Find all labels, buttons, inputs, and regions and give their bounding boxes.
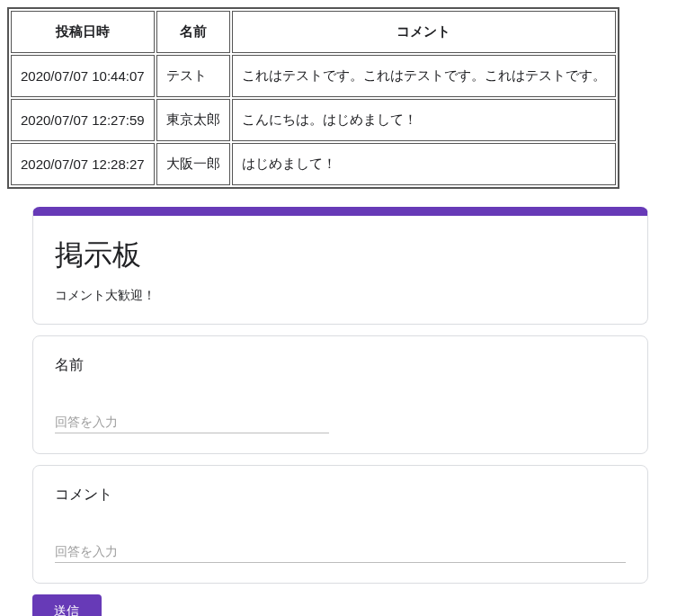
cell-comment: こんにちは。はじめまして！ — [232, 99, 616, 141]
cell-name: テスト — [156, 55, 230, 97]
form-title: 掲示板 — [55, 236, 626, 275]
form-area: 掲示板 コメント大歓迎！ 名前 コメント 送信 — [7, 207, 670, 616]
name-field-label: 名前 — [55, 356, 626, 375]
posts-table: 投稿日時 名前 コメント 2020/07/07 10:44:07 テスト これは… — [7, 7, 619, 189]
col-header-datetime: 投稿日時 — [11, 11, 155, 53]
comment-input[interactable] — [55, 540, 626, 563]
table-row: 2020/07/07 12:27:59 東京太郎 こんにちは。はじめまして！ — [11, 99, 616, 141]
form-description: コメント大歓迎！ — [55, 288, 626, 304]
comment-field-card: コメント — [32, 465, 648, 584]
submit-button[interactable]: 送信 — [32, 594, 102, 616]
cell-comment: はじめまして！ — [232, 143, 616, 185]
cell-datetime: 2020/07/07 12:28:27 — [11, 143, 155, 185]
cell-name: 大阪一郎 — [156, 143, 230, 185]
name-input[interactable] — [55, 411, 329, 433]
cell-datetime: 2020/07/07 10:44:07 — [11, 55, 155, 97]
form-header-card: 掲示板 コメント大歓迎！ — [32, 207, 648, 325]
col-header-name: 名前 — [156, 11, 230, 53]
name-field-card: 名前 — [32, 335, 648, 454]
table-row: 2020/07/07 10:44:07 テスト これはテストです。これはテストで… — [11, 55, 616, 97]
table-row: 2020/07/07 12:28:27 大阪一郎 はじめまして！ — [11, 143, 616, 185]
col-header-comment: コメント — [232, 11, 616, 53]
table-header-row: 投稿日時 名前 コメント — [11, 11, 616, 53]
cell-name: 東京太郎 — [156, 99, 230, 141]
cell-comment: これはテストです。これはテストです。これはテストです。 — [232, 55, 616, 97]
comment-field-label: コメント — [55, 486, 626, 504]
cell-datetime: 2020/07/07 12:27:59 — [11, 99, 155, 141]
